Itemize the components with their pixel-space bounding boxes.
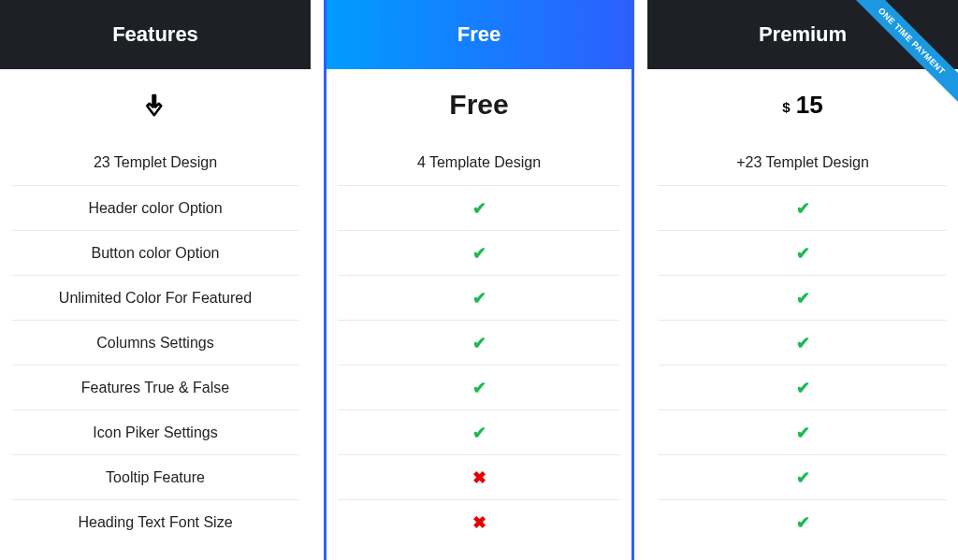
feature-row: Heading Text Font Size (11, 499, 299, 544)
check-icon: ✔ (472, 288, 486, 309)
premium-row: ✔ (659, 275, 947, 320)
free-row: ✔ (338, 185, 620, 230)
free-price-label: Free (449, 89, 508, 121)
check-icon: ✔ (472, 378, 486, 398)
features-header: Features (0, 0, 311, 69)
feature-row: Unlimited Color For Featured (11, 275, 299, 320)
free-header-label: Free (457, 22, 501, 47)
premium-price: $ 15 (647, 69, 958, 140)
check-icon: ✔ (796, 288, 810, 309)
premium-row: ✔ (659, 454, 947, 499)
premium-list: +23 Templet Design ✔ ✔ ✔ ✔ ✔ ✔ ✔ ✔ (647, 140, 958, 544)
free-row: ✖ (338, 454, 620, 499)
free-list: 4 Template Design ✔ ✔ ✔ ✔ ✔ ✔ ✖ ✖ (327, 140, 631, 544)
check-icon: ✔ (472, 198, 486, 219)
hand-pointer-down-icon (141, 91, 169, 119)
premium-row: ✔ (659, 185, 947, 230)
features-column: Features 23 Templet Design Header color … (0, 0, 311, 560)
premium-row: ✔ (659, 499, 947, 544)
feature-label: Heading Text Font Size (78, 514, 232, 531)
check-icon: ✔ (472, 423, 486, 443)
premium-row: ✔ (659, 230, 947, 275)
features-header-label: Features (112, 22, 198, 47)
feature-label: Header color Option (88, 200, 222, 217)
free-first-label: 4 Template Design (417, 154, 541, 171)
premium-row: ✔ (659, 409, 947, 454)
check-icon: ✔ (472, 333, 486, 353)
cross-icon: ✖ (472, 467, 486, 488)
premium-row: ✔ (659, 365, 947, 409)
feature-label: Icon Piker Settings (93, 424, 217, 441)
features-list: 23 Templet Design Header color Option Bu… (0, 140, 311, 544)
check-icon: ✔ (796, 467, 810, 488)
feature-row: Header color Option (11, 185, 299, 230)
check-icon: ✔ (796, 423, 810, 443)
premium-first-label: +23 Templet Design (736, 154, 869, 171)
premium-header-label: Premium (759, 22, 847, 47)
free-row: ✔ (338, 275, 620, 320)
pricing-table: Features 23 Templet Design Header color … (0, 0, 958, 560)
feature-row: Columns Settings (11, 320, 299, 365)
feature-label: Features True & False (81, 380, 229, 396)
free-header: Free (327, 0, 631, 69)
feature-row: Features True & False (11, 365, 299, 409)
free-column: Free Free 4 Template Design ✔ ✔ ✔ ✔ ✔ ✔ … (324, 0, 634, 560)
feature-row: Button color Option (11, 230, 299, 275)
feature-label: 23 Templet Design (94, 154, 217, 171)
feature-label: Button color Option (92, 245, 220, 262)
check-icon: ✔ (796, 512, 810, 533)
free-row: ✔ (338, 320, 620, 365)
feature-label: Columns Settings (96, 335, 213, 352)
check-icon: ✔ (796, 378, 810, 398)
currency-label: $ (782, 99, 790, 115)
feature-row: 23 Templet Design (11, 140, 299, 185)
feature-row: Icon Piker Settings (11, 409, 299, 454)
free-row: ✔ (338, 409, 620, 454)
features-icon-row (0, 69, 311, 140)
premium-row: +23 Templet Design (659, 140, 947, 185)
premium-column: ONE TIME PAYMENT Premium $ 15 +23 Temple… (647, 0, 958, 560)
feature-label: Unlimited Color For Featured (59, 290, 252, 307)
premium-header: Premium (647, 0, 958, 69)
check-icon: ✔ (796, 333, 810, 353)
check-icon: ✔ (472, 243, 486, 264)
cross-icon: ✖ (472, 512, 486, 533)
free-row: ✔ (338, 365, 620, 409)
feature-row: Tooltip Feature (11, 454, 299, 499)
premium-row: ✔ (659, 320, 947, 365)
check-icon: ✔ (796, 243, 810, 264)
free-price: Free (327, 69, 631, 140)
feature-label: Tooltip Feature (106, 469, 205, 486)
free-row: 4 Template Design (338, 140, 620, 185)
free-row: ✔ (338, 230, 620, 275)
free-row: ✖ (338, 499, 620, 544)
premium-price-value: 15 (796, 91, 823, 120)
check-icon: ✔ (796, 198, 810, 219)
